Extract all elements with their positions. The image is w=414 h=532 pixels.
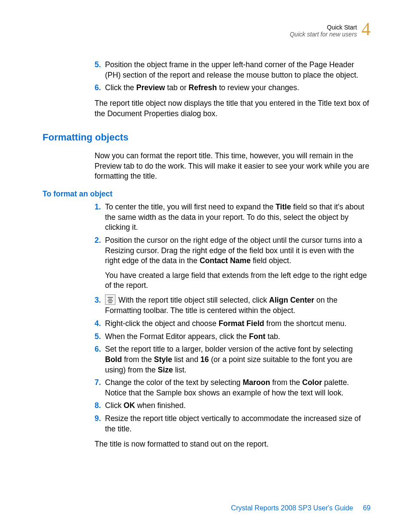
list-item: 4. Right-click the object and choose For… — [95, 319, 371, 329]
text: Change the color of the text by selectin… — [105, 378, 243, 387]
paragraph: Now you can format the report title. Thi… — [95, 151, 371, 182]
paragraph: The report title object now displays the… — [95, 98, 371, 119]
step-body: Click OK when finished. — [105, 401, 371, 411]
step-body: With the report title object still selec… — [105, 295, 371, 316]
text: Click — [105, 401, 124, 410]
text: list. — [173, 366, 187, 374]
bold-text: Size — [158, 366, 173, 374]
text: from the — [270, 378, 302, 387]
step-number: 5. — [95, 60, 105, 80]
content-area: 1. To center the title, you will first n… — [95, 202, 371, 450]
step-number: 4. — [95, 319, 105, 329]
list-item: 8. Click OK when finished. — [95, 401, 371, 411]
list-item: 6. Set the report title to a larger, bol… — [95, 344, 371, 375]
step-body: Change the color of the text by selectin… — [105, 378, 371, 398]
step-body: Right-click the object and choose Format… — [105, 319, 371, 329]
text: to review your changes. — [217, 83, 299, 92]
header-breadcrumb-2: Quick start for new users — [290, 31, 357, 38]
header-text-block: Quick Start Quick start for new users — [290, 24, 357, 38]
step-body: Position the object frame in the upper l… — [105, 60, 371, 80]
step-body: Resize the report title object verticall… — [105, 414, 371, 434]
footer-page-number: 69 — [363, 504, 371, 512]
list-item: 3. With the report title object still se… — [95, 295, 371, 316]
bold-text: Title — [276, 202, 291, 211]
heading-formatting-objects: Formatting objects — [43, 132, 371, 143]
align-center-icon — [105, 294, 115, 305]
text: With the report title object still selec… — [116, 296, 269, 304]
step-body: Position the cursor on the right edge of… — [105, 235, 371, 266]
bold-text: Style — [154, 355, 172, 364]
content-area: 5. Position the object frame in the uppe… — [95, 60, 371, 119]
step-number: 8. — [95, 401, 105, 411]
list-item: 5. When the Format Editor appears, click… — [95, 332, 371, 342]
bold-text: Color — [302, 378, 322, 387]
step-number: 6. — [95, 83, 105, 93]
page-header: Quick Start Quick start for new users 4 — [43, 22, 371, 42]
bold-text: Bold — [105, 355, 122, 364]
step-number: 5. — [95, 332, 105, 342]
bold-text: Format Field — [219, 319, 264, 328]
step-number: 2. — [95, 235, 105, 266]
step-number: 9. — [95, 414, 105, 434]
bold-text: OK — [124, 401, 135, 410]
bold-text: Refresh — [189, 83, 217, 92]
text: list and — [172, 355, 200, 364]
paragraph: You have created a large field that exte… — [105, 271, 371, 291]
step-number: 1. — [95, 202, 105, 233]
chapter-number: 4 — [361, 20, 371, 38]
text: from the shortcut menu. — [264, 319, 347, 328]
step-body: When the Format Editor appears, click th… — [105, 332, 371, 342]
text: when finished. — [135, 401, 186, 410]
text: tab or — [165, 83, 188, 92]
text: Set the report title to a larger, bolder… — [105, 345, 353, 353]
step-number: 7. — [95, 378, 105, 398]
text: When the Format Editor appears, click th… — [105, 332, 249, 341]
list-item: 1. To center the title, you will first n… — [95, 202, 371, 233]
text: Right-click the object and choose — [105, 319, 219, 328]
text: tab. — [266, 332, 280, 341]
step-number: 6. — [95, 344, 105, 375]
content-area: Now you can format the report title. Thi… — [95, 151, 371, 182]
list-item: 2. Position the cursor on the right edge… — [95, 235, 371, 266]
list-item: 6. Click the Preview tab or Refresh to r… — [95, 83, 371, 93]
list-item: 7. Change the color of the text by selec… — [95, 378, 371, 398]
step-body: To center the title, you will first need… — [105, 202, 371, 233]
page: Quick Start Quick start for new users 4 … — [0, 0, 414, 532]
bold-text: Align Center — [269, 296, 314, 304]
bold-text: Preview — [136, 83, 165, 92]
bold-text: 16 — [200, 355, 209, 364]
text: To center the title, you will first need… — [105, 202, 276, 211]
step-body: Set the report title to a larger, bolder… — [105, 344, 371, 375]
paragraph: The title is now formatted to stand out … — [95, 439, 371, 450]
footer-title: Crystal Reports 2008 SP3 User's Guide — [231, 504, 353, 512]
header-breadcrumb-1: Quick Start — [290, 24, 357, 31]
text: Click the — [105, 83, 136, 92]
list-item: 9. Resize the report title object vertic… — [95, 414, 371, 434]
bold-text: Maroon — [243, 378, 270, 387]
bold-text: Font — [249, 332, 266, 341]
text: from the — [122, 355, 154, 364]
page-footer: Crystal Reports 2008 SP3 User's Guide 69 — [231, 504, 371, 512]
step-number: 3. — [95, 295, 105, 316]
text: field object. — [251, 256, 291, 265]
heading-to-format-an-object: To format an object — [43, 189, 371, 199]
list-item: 5. Position the object frame in the uppe… — [95, 60, 371, 80]
bold-text: Contact Name — [200, 256, 251, 265]
step-body: Click the Preview tab or Refresh to revi… — [105, 83, 371, 93]
